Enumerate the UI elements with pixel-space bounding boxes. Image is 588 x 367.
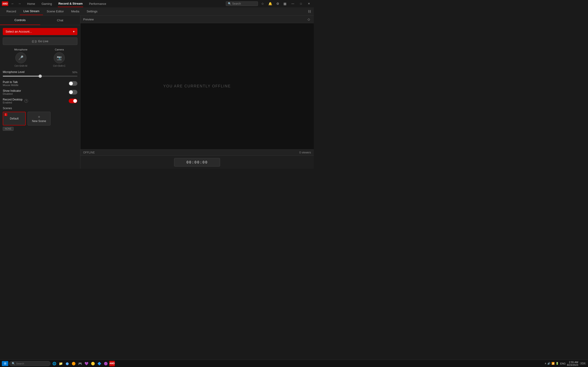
nav-tab-gaming[interactable]: Gaming [41,1,52,7]
show-indicator-sub: Disabled [3,92,21,95]
microphone-button[interactable]: 🎤 [15,52,26,63]
forward-button[interactable]: → [17,1,23,6]
camera-button[interactable]: 📷 [54,52,65,63]
none-badge: NONE [3,125,78,131]
go-live-icon: ((·)) [32,40,37,43]
show-indicator-toggle[interactable] [69,90,78,94]
microphone-shortcut: Ctrl+Shift+M [15,65,27,67]
camera-icon: 📷 [57,55,62,60]
camera-control: Camera 📷 Ctrl+Shift+C [41,48,78,67]
notifications-icon[interactable]: 🔔 [267,1,273,6]
subtab-settings[interactable]: Settings [83,8,101,15]
new-scene-add-icon: + [38,115,40,119]
scenes-label: Scenes [3,107,78,110]
subtab-scene-editor[interactable]: Scene Editor [43,8,67,15]
titlebar-nav: ← → [10,1,23,6]
preview-header: Preview ◇ [80,16,314,23]
panel-content: Select an Account... ▾ ((·)) Go Live Mic… [0,25,80,133]
panel-tab-controls[interactable]: Controls [0,16,40,25]
timer-row: 00:00:00 [80,156,314,169]
search-icon: 🔍 [228,2,231,5]
maximize-button[interactable]: □ [298,2,304,6]
camera-label: Camera [55,48,64,51]
mic-level-label: Microphone Level [3,70,25,74]
viewers-count: 0 viewers [299,151,311,154]
go-live-label: Go Live [38,40,48,43]
microphone-control: Microphone 🎤 Ctrl+Shift+M [3,48,39,67]
nav-tab-record-stream[interactable]: Record & Stream [58,0,83,7]
record-desktop-help-icon[interactable]: ? [24,99,28,103]
record-desktop-title: Record Desktop [3,98,23,101]
scene-item-default[interactable]: 1 Default [3,112,26,125]
record-desktop-toggle[interactable] [69,99,78,103]
account-select-label: Select an Account... [6,30,32,33]
titlebar: AMD ← → Home Gaming Record & Stream Perf… [0,0,314,7]
none-badge-text: NONE [3,127,14,131]
mic-level-pct: 50% [72,71,78,74]
nav-tab-performance[interactable]: Performance [89,1,107,7]
mic-level-row: Microphone Level 50% [3,70,78,77]
scene-badge-default: 1 [4,113,7,116]
timer-display: 00:00:00 [174,158,220,167]
connect-icon: ⛓ [308,10,311,13]
go-live-button[interactable]: ((·)) Go Live [3,37,78,45]
nav-tab-home[interactable]: Home [27,1,36,7]
preview-footer: OFFLINE 0 viewers [80,149,314,156]
close-button[interactable]: ✕ [306,2,312,6]
titlebar-left: AMD ← → Home Gaming Record & Stream Perf… [2,0,107,7]
offline-text: YOU ARE CURRENTLY OFFLINE [163,84,231,88]
account-chevron-icon: ▾ [73,30,75,33]
scenes-section: Scenes 1 Default + New Scene NONE [3,107,78,131]
record-desktop-sub: Enabled [3,101,23,104]
scenes-grid: 1 Default + New Scene [3,112,78,125]
subtabs-left: Record Live Stream Scene Editor Media Se… [3,8,101,15]
subtab-record[interactable]: Record [3,8,20,15]
subtab-live-stream[interactable]: Live Stream [20,8,43,15]
camera-shortcut: Ctrl+Shift+C [53,65,65,67]
preview-label: Preview [83,18,94,21]
nav-tabs: Home Gaming Record & Stream Performance [27,0,107,7]
scene-label-default: Default [10,117,19,120]
search-box[interactable]: 🔍 [226,1,258,6]
search-input[interactable] [232,2,255,5]
preview-settings-icon[interactable]: ◇ [307,17,311,22]
scene-item-new[interactable]: + New Scene [27,112,51,125]
show-indicator-setting: Show Indicator Disabled [3,89,78,95]
push-to-talk-setting: Push to Talk Mouse Middle [3,81,78,86]
subtabs: Record Live Stream Scene Editor Media Se… [0,7,314,16]
scene-label-new: New Scene [32,119,46,123]
account-select-button[interactable]: Select an Account... ▾ [3,28,78,35]
right-panel: Preview ◇ YOU ARE CURRENTLY OFFLINE OFFL… [80,16,314,169]
profile-icon[interactable]: ▦ [283,1,287,6]
panel-tabs: Controls Chat [0,16,80,25]
push-to-talk-sub: Mouse Middle [3,84,18,86]
record-desktop-setting: Record Desktop Enabled ? [3,98,78,104]
mic-level-slider[interactable] [3,76,78,77]
back-button[interactable]: ← [10,1,16,6]
subtab-media[interactable]: Media [68,8,83,15]
panel-tab-chat[interactable]: Chat [40,16,80,25]
push-to-talk-toggle[interactable] [69,81,78,86]
microphone-label: Microphone [14,48,27,51]
show-indicator-title: Show Indicator [3,89,21,92]
offline-status-badge: OFFLINE [83,151,95,154]
mic-camera-row: Microphone 🎤 Ctrl+Shift+M Camera 📷 Ctrl+… [3,48,78,67]
left-panel: Controls Chat Select an Account... ▾ ((·… [0,16,80,169]
favorites-icon[interactable]: ☆ [260,1,265,6]
main-content: Controls Chat Select an Account... ▾ ((·… [0,16,314,169]
minimize-button[interactable]: — [290,2,296,6]
push-to-talk-title: Push to Talk [3,81,18,84]
microphone-icon: 🎤 [18,55,23,60]
amd-logo: AMD [2,1,8,6]
preview-area: YOU ARE CURRENTLY OFFLINE [80,23,314,149]
titlebar-right: 🔍 ☆ 🔔 ⚙ ▦ — □ ✕ [226,1,312,6]
settings-icon[interactable]: ⚙ [275,1,280,6]
